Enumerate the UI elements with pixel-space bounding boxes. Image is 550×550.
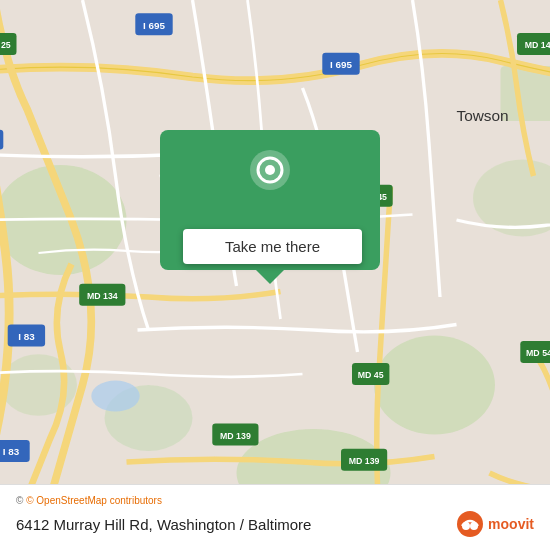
svg-text:MD 45: MD 45 (358, 370, 384, 380)
svg-point-1 (374, 336, 495, 435)
svg-text:I 83: I 83 (3, 446, 20, 457)
address-row: 6412 Murray Hill Rd, Washington / Baltim… (16, 510, 534, 538)
address-text: 6412 Murray Hill Rd, Washington / Baltim… (16, 516, 311, 533)
svg-point-40 (457, 511, 483, 537)
svg-text:MD 139: MD 139 (349, 456, 380, 466)
svg-text:MD 146: MD 146 (525, 40, 550, 50)
moovit-text: moovit (488, 516, 534, 532)
svg-text:MD 25: MD 25 (0, 40, 11, 50)
svg-text:MD 139: MD 139 (220, 431, 251, 441)
svg-text:I 83: I 83 (18, 331, 35, 342)
svg-text:MD 134: MD 134 (87, 291, 118, 301)
openstreetmap-link[interactable]: © OpenStreetMap contributors (26, 495, 162, 506)
location-pin-icon (248, 148, 292, 192)
svg-rect-12 (0, 130, 3, 150)
moovit-icon (456, 510, 484, 538)
svg-point-7 (91, 381, 139, 412)
copyright-text: © © OpenStreetMap contributors (16, 495, 534, 506)
svg-text:Towson: Towson (456, 107, 508, 124)
copyright-symbol: © (16, 495, 26, 506)
moovit-logo[interactable]: moovit (456, 510, 534, 538)
app: I 695 I 695 695 MD 25 I 83 I 83 MD 134 M… (0, 0, 550, 550)
svg-text:MD 54: MD 54 (526, 348, 550, 358)
svg-point-39 (265, 165, 275, 175)
svg-text:I 695: I 695 (143, 20, 165, 31)
bottom-bar: © © OpenStreetMap contributors 6412 Murr… (0, 484, 550, 550)
svg-text:I 695: I 695 (330, 59, 352, 70)
map-container[interactable]: I 695 I 695 695 MD 25 I 83 I 83 MD 134 M… (0, 0, 550, 550)
take-me-there-button[interactable]: Take me there (183, 229, 362, 264)
